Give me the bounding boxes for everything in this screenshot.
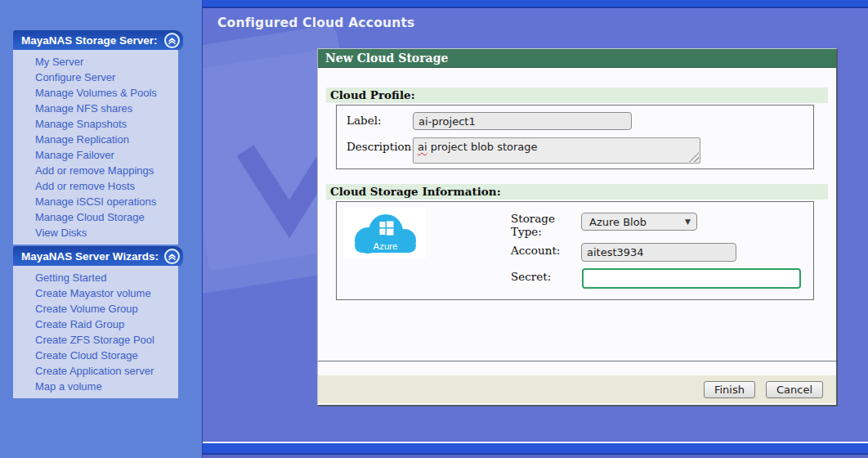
sidebar-item[interactable]: Getting Started — [35, 270, 178, 285]
sidebar-item[interactable]: View Disks — [35, 225, 178, 240]
top-accent-bar — [203, 0, 868, 8]
main-content-area: Configured Cloud Accounts New Cloud Stor… — [202, 0, 868, 458]
description-textarea[interactable]: ai project blob storage — [413, 137, 700, 164]
sidebar-item[interactable]: Create Mayastor volume — [35, 285, 178, 301]
dialog-footer: Finish Cancel — [318, 375, 836, 403]
azure-logo-text: Azure — [373, 241, 397, 251]
sidebar-section-wizards: MayaNAS Server Wizards: Getting Started … — [13, 246, 183, 398]
section-heading-cloud-storage-info: Cloud Storage Information: — [326, 184, 828, 200]
sidebar-item[interactable]: Manage Volumes & Pools — [35, 85, 178, 101]
chevron-double-up-icon — [168, 36, 177, 45]
bottom-accent-bars — [203, 442, 868, 458]
secret-input[interactable] — [582, 268, 801, 289]
sidebar-item[interactable]: Manage NFS shares — [35, 101, 178, 116]
sidebar-item[interactable]: Manage Failover — [35, 147, 178, 163]
sidebar-section-header: MayaNAS Storage Server: — [13, 30, 183, 50]
dialog-title: New Cloud Storage — [318, 49, 836, 68]
collapse-section-button[interactable] — [164, 249, 180, 264]
sidebar-item[interactable]: Create Application server — [35, 363, 178, 379]
dialog-footer-separator — [318, 361, 836, 361]
sidebar-section-header: MayaNAS Server Wizards: — [13, 246, 183, 266]
description-text: project blob storage — [427, 141, 538, 153]
storage-type-label: Storage Type: — [511, 212, 581, 238]
textarea-resize-handle[interactable] — [689, 152, 699, 162]
section-heading-cloud-profile: Cloud Profile: — [326, 88, 828, 103]
sidebar-section-title: MayaNAS Server Wizards: — [21, 250, 159, 263]
sidebar-item[interactable]: Manage Replication — [35, 132, 178, 147]
sidebar-item[interactable]: Configure Server — [35, 70, 178, 85]
description-text-flagged: ai — [418, 141, 427, 153]
sidebar-section-storage-server: MayaNAS Storage Server: My Server Config… — [13, 30, 183, 245]
dropdown-arrow-icon: ▼ — [685, 218, 691, 226]
finish-button[interactable]: Finish — [704, 381, 755, 398]
secret-label: Secret: — [511, 270, 551, 283]
sidebar-item[interactable]: Create Volume Group — [35, 301, 178, 317]
storage-type-select[interactable]: Azure Blob ▼ — [581, 213, 697, 231]
sidebar-item[interactable]: Add or remove Hosts — [35, 178, 178, 194]
collapse-section-button[interactable] — [164, 33, 180, 48]
account-input[interactable] — [581, 243, 736, 262]
sidebar-item[interactable]: Create Cloud Storage — [35, 348, 178, 363]
sidebar: MayaNAS Storage Server: My Server Config… — [13, 30, 183, 400]
sidebar-item[interactable]: My Server — [35, 54, 178, 70]
sidebar-item[interactable]: Create ZFS Storage Pool — [35, 332, 178, 348]
label-input[interactable] — [413, 112, 632, 130]
sidebar-menu: Getting Started Create Mayastor volume C… — [13, 266, 178, 398]
cloud-storage-info-fieldset: Azure Storage Type: Azure Blob ▼ Account… — [336, 201, 814, 300]
sidebar-item[interactable]: Manage Cloud Storage — [35, 209, 178, 225]
label-field-label: Label: — [347, 114, 382, 127]
chevron-double-up-icon — [168, 252, 177, 261]
azure-cloud-logo: Azure — [344, 208, 426, 258]
sidebar-item[interactable]: Map a volume — [35, 379, 178, 394]
sidebar-section-title: MayaNAS Storage Server: — [21, 34, 158, 47]
storage-type-selected-value: Azure Blob — [589, 216, 647, 228]
sidebar-menu: My Server Configure Server Manage Volume… — [13, 50, 178, 245]
cloud-profile-fieldset: Label: Description: ai project blob stor… — [336, 105, 814, 169]
sidebar-item[interactable]: Add or remove Mappings — [35, 163, 178, 178]
description-field-label: Description: — [347, 140, 415, 153]
page-title: Configured Cloud Accounts — [217, 16, 868, 30]
sidebar-item[interactable]: Create Raid Group — [35, 317, 178, 332]
sidebar-item[interactable]: Manage iSCSI operations — [35, 194, 178, 209]
cancel-button[interactable]: Cancel — [766, 381, 823, 398]
account-label: Account: — [511, 244, 560, 257]
new-cloud-storage-dialog: New Cloud Storage Cloud Profile: Label: … — [317, 48, 838, 406]
sidebar-item[interactable]: Manage Snapshots — [35, 116, 178, 132]
